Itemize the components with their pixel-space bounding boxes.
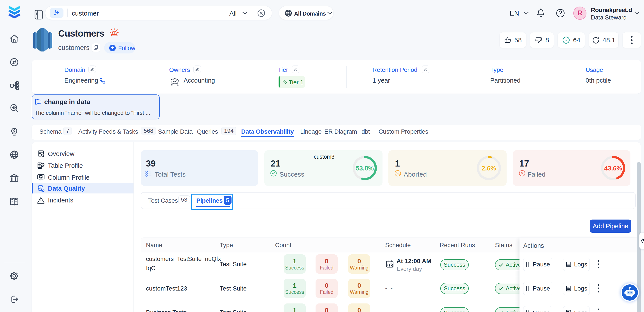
svg-text:53.8%: 53.8% bbox=[356, 165, 374, 172]
svg-text:43.6%: 43.6% bbox=[604, 165, 622, 172]
svg-text:2.6%: 2.6% bbox=[482, 165, 496, 172]
